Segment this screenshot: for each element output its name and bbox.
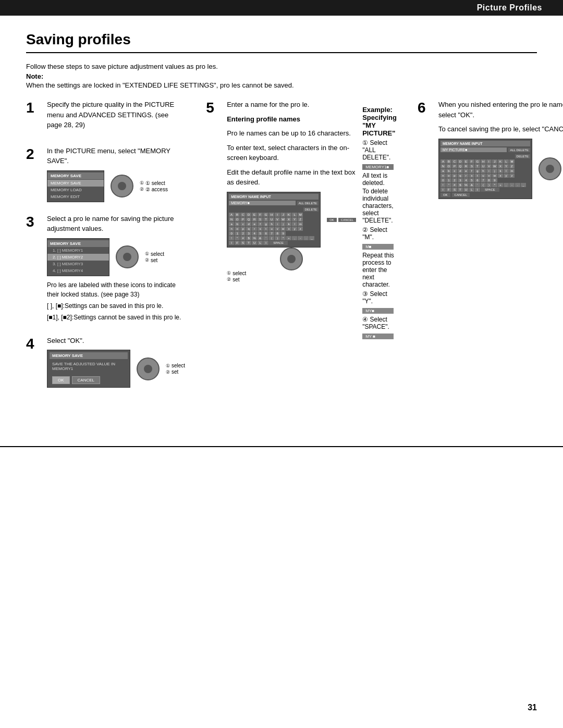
step-3-set-label: ② set xyxy=(145,257,157,263)
step-3-nav-center xyxy=(123,253,131,261)
step-3-visual: MEMORY SAVE 1. [ ] MEMORY1 2. [ ] MEMORY… xyxy=(47,238,185,276)
step-2-visual: MEMORY SAVE MEMORY SAVE MEMORY LOAD MEMO… xyxy=(47,170,185,202)
step-2-select-label: ① ① select xyxy=(140,180,165,186)
step-4-number: 4 xyxy=(26,337,41,351)
step-4-nav-center xyxy=(144,365,152,373)
step-6-all-delete-btn[interactable]: ALL DELETE xyxy=(508,148,530,152)
step-4-ok-cancel-row: OK CANCEL xyxy=(50,375,128,385)
step-3-content: Select a pro le name for saving the pict… xyxy=(47,214,185,324)
step-5-content: Enter a name for the pro le. Entering pr… xyxy=(227,100,356,282)
intro-note-label: Note: xyxy=(26,72,537,80)
step-5-nav-center xyxy=(287,255,296,263)
step-4: 4 Select "OK". MEMORY SAVE SAVE THE ADJU… xyxy=(26,336,185,388)
step-5-kb-cancel-btn[interactable]: CANCEL xyxy=(338,218,356,222)
step-5: 5 Enter a name for the pro le. Entering … xyxy=(206,100,397,340)
left-column: 1 Specify the picture quality in the PIC… xyxy=(26,100,185,399)
step-5-entering-label: Entering profile names xyxy=(227,114,356,125)
step-6-delete-row: DELETE xyxy=(440,154,530,158)
step-3-list-title: MEMORY SAVE xyxy=(47,240,109,247)
step-5-row6: !"#$%&'()*+,-._ xyxy=(229,236,319,240)
step-4-controller xyxy=(137,357,160,380)
step-6-kb-ok-btn[interactable]: OK xyxy=(440,193,450,197)
step-6-kb-cancel-btn[interactable]: CANCEL xyxy=(452,193,470,197)
step-2-nav-center xyxy=(118,182,126,190)
step-6-delete-btn[interactable]: DELETE xyxy=(515,154,530,158)
step-3-nav-ring xyxy=(116,245,139,268)
example-after2: Repeat this process to enter the next ch… xyxy=(362,252,397,288)
step-6-content: When you nished entering the pro le name… xyxy=(438,100,563,199)
step-3-notes: Pro les are labeled with these icons to … xyxy=(47,280,185,322)
step-5-delete-row: DELETE xyxy=(229,207,319,212)
step-2-nav-ring xyxy=(111,175,133,198)
step-5-row5: 0123456789 xyxy=(229,231,319,236)
step-5-row1: ABCDEFGHIJKLM xyxy=(229,213,319,217)
example-bar4: MY ■ xyxy=(362,334,394,339)
step-5-kb-bottom-row: OK CANCEL xyxy=(327,218,356,222)
step-5-row3: abcdefghijklm xyxy=(229,222,319,226)
step-3-text: Select a pro le name for saving the pict… xyxy=(47,214,185,234)
step-4-nav-ring xyxy=(137,357,160,380)
step-5-space-btn[interactable]: SPACE xyxy=(269,241,288,245)
step-6-space-btn[interactable]: SPACE xyxy=(481,188,499,192)
example-after1b: To delete individual characters, select … xyxy=(362,188,397,224)
step-5-kb-title: MEMORY NAME INPUT xyxy=(229,194,319,200)
step-2-text: In the PICTURE menu, select "MEMORY SAVE… xyxy=(47,146,185,166)
step-3-memory-2: 2. [ ] MEMORY2 xyxy=(47,254,109,261)
step-2-menu-item-1: MEMORY SAVE xyxy=(47,180,104,187)
bottom-rule xyxy=(0,446,563,447)
step-6-controller xyxy=(538,157,561,180)
step-4-ok-cancel-box: MEMORY SAVE SAVE THE ADJUSTED VALUE IN M… xyxy=(47,350,130,388)
step-5-text2: To enter text, select characters in the … xyxy=(227,143,356,163)
step-1: 1 Specify the picture quality in the PIC… xyxy=(26,100,185,134)
step-6-text: When you nished entering the pro le name… xyxy=(438,100,563,120)
step-3-note2: [ ], [■]:Settings can be saved in this p… xyxy=(47,301,185,311)
page-header: Picture Profiles xyxy=(0,0,563,16)
step-1-number: 1 xyxy=(26,101,41,115)
step-2-number: 2 xyxy=(26,147,41,162)
example-step3: ③ Select "Y". xyxy=(362,290,397,305)
step-4-cancel-button[interactable]: CANCEL xyxy=(72,376,100,384)
example-step2: ② Select "M". xyxy=(362,226,397,241)
step-4-set-label: ② set xyxy=(166,369,178,375)
step-6-kb-title: MEMORY NAME INPUT xyxy=(440,141,530,146)
step-5-kb-ok-btn[interactable]: OK xyxy=(327,218,337,222)
intro-text: Follow these steps to save picture adjus… xyxy=(26,63,537,70)
step-6-keyboard: MEMORY NAME INPUT MY PICTURE■ ALL DELETE… xyxy=(438,139,532,199)
step-3-nav-labels: ① select ② set xyxy=(145,251,164,263)
step-5-nav-ring xyxy=(280,248,303,270)
step-5-text1: Pro le names can be up to 16 characters. xyxy=(227,128,356,139)
page-title: Saving profiles xyxy=(26,31,537,53)
step-5-select-label: ① select xyxy=(227,270,246,276)
intro-note-text: When the settings are locked in "EXTENDE… xyxy=(26,81,537,89)
example-bar1: MEMORY1■ xyxy=(362,164,394,170)
step-6-kb-memory-bar: MY PICTURE■ xyxy=(440,147,507,152)
step-5-row2: NOPQRSTUVWXYZ xyxy=(229,217,319,221)
step-3-note3: [■1], [■2]:Settings cannot be saved in t… xyxy=(47,313,185,322)
header-title: Picture Profiles xyxy=(477,3,542,12)
step-6-row7: IFSTULISPACE xyxy=(440,188,530,192)
step-6-row2: NOPQRSTUVWXYZ xyxy=(440,164,530,168)
right-column: 5 Enter a name for the pro le. Entering … xyxy=(206,100,397,399)
step-5-visual: MEMORY NAME INPUT MEMORY■ ALL DELETE DEL… xyxy=(227,192,356,248)
example-bar3: MY■ xyxy=(362,308,394,314)
step-2-access-label: ② ② access xyxy=(140,187,168,192)
step-5-kb-memory-bar: MEMORY■ xyxy=(229,201,296,205)
step-6-number: 6 xyxy=(418,101,432,115)
step-4-box-title: MEMORY SAVE xyxy=(50,352,128,359)
step-6-visual: MEMORY NAME INPUT MY PICTURE■ ALL DELETE… xyxy=(438,139,563,199)
step-5-kb-input-row: MEMORY■ ALL DELETE xyxy=(229,201,319,206)
step-4-nav-labels: ① select ② set xyxy=(166,363,185,375)
step-5-text3: Edit the default profile name in the tex… xyxy=(227,167,356,188)
example-step1: ① Select "ALL DELETE". xyxy=(362,139,397,161)
step-3: 3 Select a pro le name for saving the pi… xyxy=(26,214,185,324)
step-5-row4: nopqrstuvwxyz xyxy=(229,227,319,231)
step-4-ok-button[interactable]: OK xyxy=(52,376,70,384)
step-6-kb-bottom-row: OK CANCEL xyxy=(440,193,530,197)
step-2: 2 In the PICTURE menu, select "MEMORY SA… xyxy=(26,146,185,202)
step-5-delete-btn[interactable]: DELETE xyxy=(303,207,319,212)
step-5-all-delete-btn[interactable]: ALL DELETE xyxy=(297,201,319,205)
step-6-row5: 0123456789 xyxy=(440,178,530,182)
step-5-keyboard: MEMORY NAME INPUT MEMORY■ ALL DELETE DEL… xyxy=(227,192,321,248)
step-6-nav-ring xyxy=(538,157,561,180)
step-3-controller xyxy=(116,245,139,268)
